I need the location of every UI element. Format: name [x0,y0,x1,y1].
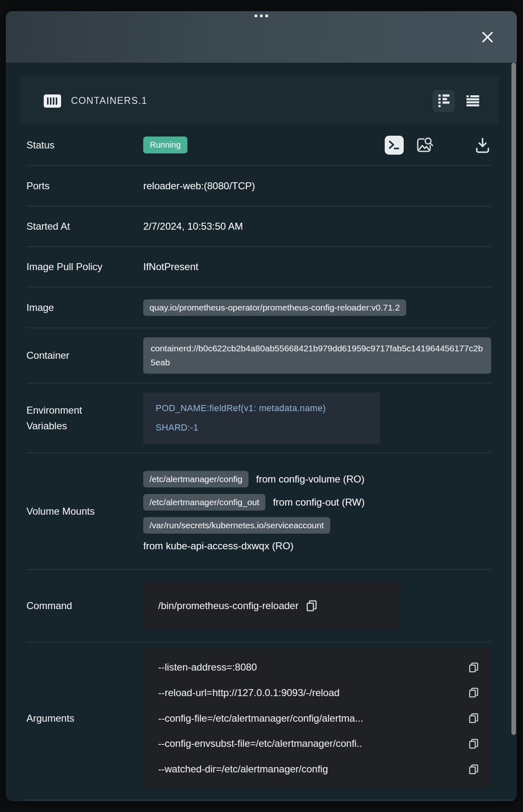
container-id-label: Container [26,348,143,363]
argument-row: --config-file=/etc/alertmanager/config/a… [143,713,479,724]
started-at-label: Started At [26,219,143,234]
mount-path-chip: /etc/alertmanager/config_out [143,494,265,511]
image-label: Image [26,300,143,315]
env-variable: POD_NAME:fieldRef(v1: metadata.name) [156,403,367,414]
download-icon [474,137,491,154]
footer-divider [24,800,517,800]
ports-value: reloader-web:(8080/TCP) [143,180,255,192]
vertical-scrollbar-thumb[interactable] [511,63,516,735]
copy-icon [306,600,317,612]
close-icon [481,31,494,44]
status-label: Status [26,137,143,153]
row-environment-variables: Environment Variables POD_NAME:fieldRef(… [26,384,491,453]
copy-argument-button[interactable] [469,738,479,749]
env-variables-box: POD_NAME:fieldRef(v1: metadata.name) SHA… [143,393,380,444]
container-id-chip: containerd://b0c622cb2b4a80ab55668421b97… [143,337,491,374]
list-view-toggle-button[interactable] [461,90,484,112]
argument-row: --listen-address=:8080 [143,661,479,673]
terminal-icon [385,136,404,155]
row-volume-mounts: Volume Mounts /etc/alertmanager/config f… [26,453,491,570]
copy-icon [469,662,479,673]
detail-view-toggle-button[interactable] [433,90,455,112]
detail-list-icon [438,94,450,107]
drag-handle-icon[interactable] [255,14,268,17]
copy-argument-button[interactable] [469,687,479,698]
mount-source: from config-out (RW) [273,497,364,508]
mount-source: from config-volume (RO) [256,473,364,485]
section-title: CONTAINERS.1 [71,95,147,106]
download-button[interactable] [474,136,491,154]
copy-icon [469,764,479,775]
row-image-pull-policy: Image Pull Policy IfNotPresent [26,247,491,287]
copy-argument-button[interactable] [469,713,479,724]
container-icon [44,94,61,108]
started-at-value: 2/7/2024, 10:53:50 AM [143,221,243,232]
volume-mount-source-line: from kube-api-access-dxwqx (RO) [143,540,364,552]
argument-value: --watched-dir=/etc/alertmanager/config [158,763,469,775]
container-actions [385,136,491,155]
volume-mount: /etc/alertmanager/config from config-vol… [143,471,364,487]
containers-section-header: CONTAINERS.1 [20,77,499,125]
argument-row: --reload-url=http://127.0.0.1:9093/-/rel… [143,687,479,699]
image-pull-policy-value: IfNotPresent [143,261,198,273]
mount-source: from kube-api-access-dxwqx (RO) [143,540,293,552]
argument-value: --config-envsubst-file=/etc/alertmanager… [158,738,469,749]
status-badge: Running [143,137,187,153]
row-started-at: Started At 2/7/2024, 10:53:50 AM [26,207,491,247]
copy-command-button[interactable] [306,600,317,612]
volume-mounts-list: /etc/alertmanager/config from config-vol… [143,471,364,552]
command-value: /bin/prometheus-config-reloader [158,600,298,612]
row-image: Image quay.io/prometheus-operator/promet… [26,287,491,328]
close-button[interactable] [480,29,495,45]
image-pull-policy-label: Image Pull Policy [26,259,143,274]
argument-value: --config-file=/etc/alertmanager/config/a… [158,713,469,724]
env-variable: SHARD:-1 [156,423,367,433]
copy-argument-button[interactable] [469,662,479,673]
image-search-icon [414,136,433,155]
ports-label: Ports [26,178,143,193]
modal-titlebar [6,11,517,63]
details-rows: Status Running [6,125,517,794]
env-label: Environment Variables [26,402,143,433]
copy-icon [469,687,479,698]
arguments-label: Arguments [26,711,143,726]
mount-path-chip: /etc/alertmanager/config [143,471,248,487]
row-arguments: Arguments --listen-address=:8080 --re [26,643,491,794]
app-background: { "panel": { "title": "CONTAINERS.1" }, … [0,0,523,812]
row-command: Command /bin/prometheus-config-reloader [26,570,491,643]
copy-icon [469,738,479,749]
open-terminal-button[interactable] [385,136,404,155]
volume-mount: /var/run/secrets/kubernetes.io/serviceac… [143,517,364,534]
command-box: /bin/prometheus-config-reloader [143,582,401,630]
arguments-box: --listen-address=:8080 --reload-url=http… [143,648,491,788]
command-label: Command [26,598,143,613]
volume-mounts-label: Volume Mounts [26,504,143,519]
image-inspect-button[interactable] [414,136,433,155]
argument-row: --config-envsubst-file=/etc/alertmanager… [143,738,479,749]
argument-value: --reload-url=http://127.0.0.1:9093/-/rel… [158,687,469,699]
mount-path-chip: /var/run/secrets/kubernetes.io/serviceac… [143,517,330,534]
row-status: Status Running [26,125,491,166]
volume-mount: /etc/alertmanager/config_out from config… [143,494,364,511]
copy-argument-button[interactable] [469,764,479,775]
view-toggle-group [433,90,484,112]
row-ports: Ports reloader-web:(8080/TCP) [26,166,491,207]
row-container-id: Container containerd://b0c622cb2b4a80ab5… [26,328,491,384]
argument-row: --watched-dir=/etc/alertmanager/config [143,763,479,775]
container-details-modal: CONTAINERS.1 [6,11,517,801]
image-value-chip: quay.io/prometheus-operator/prometheus-c… [143,299,406,316]
argument-value: --listen-address=:8080 [158,661,469,673]
copy-icon [469,713,479,724]
list-view-icon [466,95,479,106]
